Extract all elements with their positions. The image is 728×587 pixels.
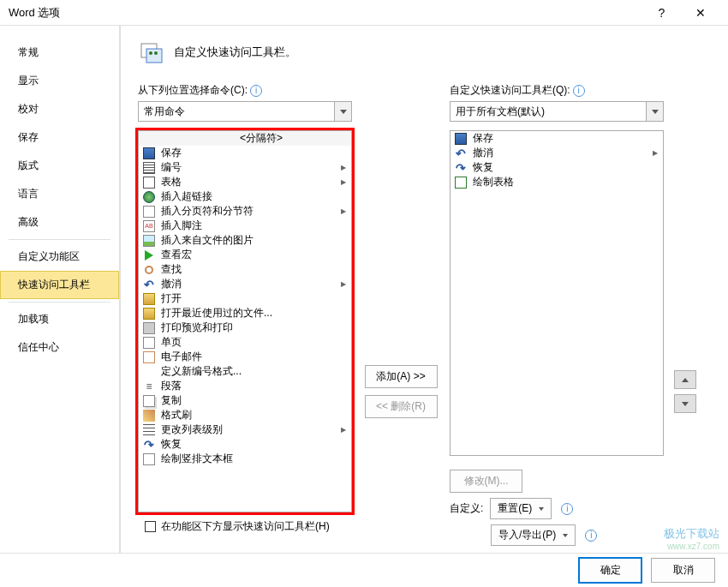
- add-button[interactable]: 添加(A) >>: [365, 365, 438, 388]
- list-item-label: 查看宏: [161, 248, 348, 262]
- list-item-label: 定义新编号格式...: [161, 364, 348, 379]
- cancel-button[interactable]: 取消: [651, 558, 715, 583]
- list-item[interactable]: 绘制表格: [451, 175, 663, 189]
- list-item[interactable]: ↷恢复: [139, 437, 351, 452]
- list-item[interactable]: 插入超链接: [139, 189, 351, 204]
- print-icon: [142, 321, 156, 335]
- reset-dropdown[interactable]: 重置(E): [490, 498, 552, 519]
- help-button[interactable]: ?: [642, 0, 681, 26]
- commands-from-dropdown[interactable]: 常用命令: [138, 101, 352, 122]
- list-item[interactable]: ↷恢复: [451, 160, 663, 175]
- list-item[interactable]: AB插入脚注: [139, 219, 351, 233]
- sidebar-divider: [9, 239, 110, 240]
- help-icon[interactable]: i: [585, 530, 597, 542]
- chevron-down-icon: [334, 102, 351, 121]
- open-icon: [142, 292, 156, 306]
- list-item[interactable]: 保存: [139, 146, 351, 160]
- for-document-dropdown[interactable]: 用于所有文档(默认): [450, 101, 664, 122]
- chevron-down-icon: [646, 102, 663, 121]
- titlebar: Word 选项 ? ✕: [0, 0, 728, 26]
- available-commands-listbox[interactable]: <分隔符>保存编号▶表格▶插入超链接插入分页符和分节符▶AB插入脚注插入来自文件…: [138, 130, 352, 512]
- move-up-button[interactable]: [674, 370, 696, 389]
- list-item-label: 段落: [161, 379, 348, 393]
- list-item[interactable]: 打开最近使用过的文件...: [139, 306, 351, 320]
- undo-icon: ↶: [142, 278, 156, 291]
- remove-button[interactable]: << 删除(R): [365, 395, 438, 418]
- sidebar-item-4[interactable]: 版式: [0, 152, 119, 180]
- left-column: 从下列位置选择命令(C):i 常用命令 <分隔符>保存编号▶表格▶插入超链接插入…: [138, 83, 352, 546]
- list-item[interactable]: 保存: [451, 131, 663, 146]
- list-item[interactable]: ↶撤消▶: [139, 277, 351, 291]
- import-export-dropdown[interactable]: 导入/导出(P): [491, 524, 576, 546]
- sidebar-item-0[interactable]: 常规: [0, 39, 119, 67]
- redo-icon: ↷: [142, 438, 156, 452]
- help-icon[interactable]: i: [573, 85, 585, 97]
- mail-icon: [142, 350, 156, 364]
- dialog-footer: 确定 取消: [0, 553, 728, 587]
- list-item[interactable]: 插入来自文件的图片: [139, 233, 351, 248]
- list-item[interactable]: 定义新编号格式...: [139, 364, 351, 379]
- close-button[interactable]: ✕: [681, 0, 719, 26]
- list-item[interactable]: 打印预览和打印: [139, 320, 351, 335]
- show-below-ribbon-checkbox[interactable]: [145, 521, 156, 532]
- sidebar-item-3[interactable]: 保存: [0, 123, 119, 152]
- sidebar-item-2[interactable]: 校对: [0, 95, 119, 123]
- list-item[interactable]: 复制: [139, 393, 351, 408]
- help-icon[interactable]: i: [561, 503, 573, 515]
- list-item[interactable]: 查找: [139, 262, 351, 277]
- list-item-label: 插入分页符和分节符: [161, 204, 341, 219]
- list-item-label: 保存: [473, 131, 659, 146]
- list-item-label: 恢复: [473, 160, 659, 175]
- list-item-label: 编号: [161, 160, 341, 175]
- sidebar-item-5[interactable]: 语言: [0, 180, 119, 208]
- sidebar: 常规显示校对保存版式语言高级自定义功能区快速访问工具栏加载项信任中心: [0, 26, 120, 553]
- list-item[interactable]: 查看宏: [139, 248, 351, 262]
- svg-point-2: [149, 51, 152, 55]
- modify-button[interactable]: 修改(M)...: [450, 470, 522, 493]
- list-item[interactable]: ↶撤消▶: [451, 146, 663, 160]
- globe-icon: [142, 190, 156, 204]
- open-icon: [142, 307, 156, 320]
- submenu-indicator: ▶: [341, 164, 348, 171]
- move-down-button[interactable]: [674, 394, 696, 413]
- header-text: 自定义快速访问工具栏。: [174, 45, 296, 60]
- svg-point-3: [154, 51, 158, 55]
- list-item[interactable]: 格式刷: [139, 408, 351, 422]
- main-area: 常规显示校对保存版式语言高级自定义功能区快速访问工具栏加载项信任中心 自定义快速…: [0, 26, 728, 553]
- list-item[interactable]: 插入分页符和分节符▶: [139, 204, 351, 219]
- list-item[interactable]: 编号▶: [139, 160, 351, 175]
- titlebar-controls: ? ✕: [642, 0, 719, 26]
- list-item[interactable]: 绘制竖排文本框: [139, 452, 351, 466]
- submenu-indicator: ▶: [341, 207, 348, 215]
- current-qat-listbox[interactable]: 保存↶撤消▶↷恢复绘制表格: [450, 130, 664, 456]
- paragraph-icon: ≡: [142, 380, 156, 393]
- middle-column: 添加(A) >> << 删除(R): [362, 83, 439, 546]
- list-item[interactable]: 电子邮件: [139, 350, 351, 364]
- list-item[interactable]: 表格▶: [139, 175, 351, 189]
- window-title: Word 选项: [9, 5, 642, 21]
- ok-button[interactable]: 确定: [578, 557, 642, 584]
- list-item[interactable]: <分隔符>: [139, 131, 351, 146]
- list-item-label: 单页: [161, 335, 348, 350]
- sidebar-item-8[interactable]: 快速访问工具栏: [0, 271, 119, 299]
- play-icon: [142, 249, 156, 262]
- list-item[interactable]: 打开: [139, 291, 351, 306]
- sidebar-divider: [9, 302, 110, 302]
- sidebar-item-1[interactable]: 显示: [0, 67, 119, 95]
- sidebar-item-6[interactable]: 高级: [0, 208, 119, 237]
- list-item-label: 打印预览和打印: [161, 320, 348, 335]
- undo-icon: ↶: [454, 147, 468, 160]
- sidebar-item-10[interactable]: 信任中心: [0, 333, 119, 362]
- list-item[interactable]: 单页: [139, 335, 351, 350]
- customize-qat-label: 自定义快速访问工具栏(Q):: [450, 84, 570, 96]
- list-item-label: <分隔符>: [175, 131, 348, 146]
- show-below-ribbon-row: 在功能区下方显示快速访问工具栏(H): [138, 519, 352, 534]
- list-item[interactable]: 更改列表级别▶: [139, 422, 351, 437]
- sidebar-item-7[interactable]: 自定义功能区: [0, 243, 119, 271]
- sidebar-item-9[interactable]: 加载项: [0, 305, 119, 333]
- list-item-label: 保存: [161, 146, 348, 160]
- find-icon: [142, 263, 156, 277]
- help-icon[interactable]: i: [250, 85, 262, 97]
- list-item[interactable]: ≡段落: [139, 379, 351, 393]
- qat-icon: [138, 39, 165, 66]
